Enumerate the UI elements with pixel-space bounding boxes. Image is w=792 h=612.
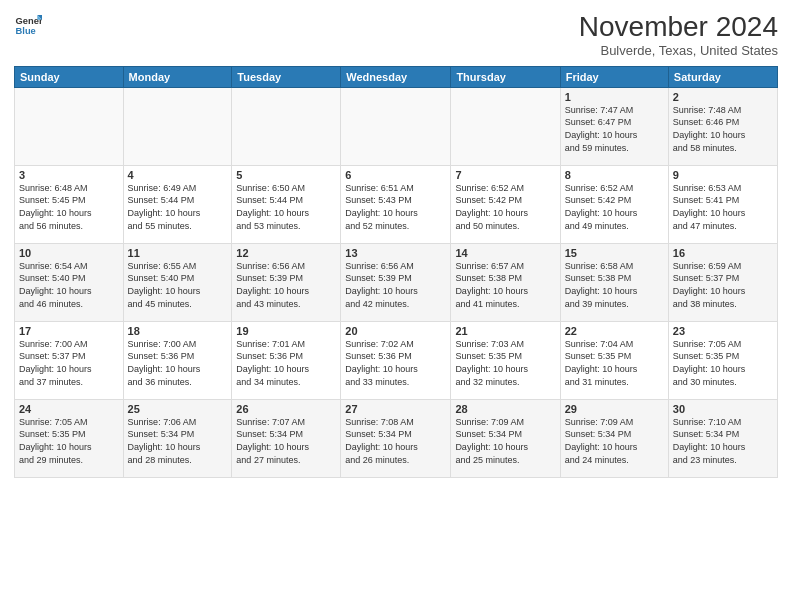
day-info: Sunrise: 7:03 AM Sunset: 5:35 PM Dayligh…: [455, 338, 555, 388]
day-info: Sunrise: 7:47 AM Sunset: 6:47 PM Dayligh…: [565, 104, 664, 154]
day-info: Sunrise: 7:00 AM Sunset: 5:36 PM Dayligh…: [128, 338, 228, 388]
day-number: 25: [128, 403, 228, 415]
table-row: 4Sunrise: 6:49 AM Sunset: 5:44 PM Daylig…: [123, 165, 232, 243]
table-row: 5Sunrise: 6:50 AM Sunset: 5:44 PM Daylig…: [232, 165, 341, 243]
day-info: Sunrise: 7:09 AM Sunset: 5:34 PM Dayligh…: [455, 416, 555, 466]
day-number: 11: [128, 247, 228, 259]
day-info: Sunrise: 7:06 AM Sunset: 5:34 PM Dayligh…: [128, 416, 228, 466]
day-info: Sunrise: 7:48 AM Sunset: 6:46 PM Dayligh…: [673, 104, 773, 154]
day-info: Sunrise: 6:49 AM Sunset: 5:44 PM Dayligh…: [128, 182, 228, 232]
table-row: 21Sunrise: 7:03 AM Sunset: 5:35 PM Dayli…: [451, 321, 560, 399]
table-row: 26Sunrise: 7:07 AM Sunset: 5:34 PM Dayli…: [232, 399, 341, 477]
day-number: 3: [19, 169, 119, 181]
day-info: Sunrise: 6:55 AM Sunset: 5:40 PM Dayligh…: [128, 260, 228, 310]
table-row: 29Sunrise: 7:09 AM Sunset: 5:34 PM Dayli…: [560, 399, 668, 477]
table-row: 30Sunrise: 7:10 AM Sunset: 5:34 PM Dayli…: [668, 399, 777, 477]
day-number: 9: [673, 169, 773, 181]
calendar-header-row: Sunday Monday Tuesday Wednesday Thursday…: [15, 66, 778, 87]
col-saturday: Saturday: [668, 66, 777, 87]
day-info: Sunrise: 6:54 AM Sunset: 5:40 PM Dayligh…: [19, 260, 119, 310]
svg-text:Blue: Blue: [16, 26, 36, 36]
table-row: 17Sunrise: 7:00 AM Sunset: 5:37 PM Dayli…: [15, 321, 124, 399]
logo-icon: General Blue: [14, 12, 42, 40]
day-info: Sunrise: 6:56 AM Sunset: 5:39 PM Dayligh…: [345, 260, 446, 310]
day-info: Sunrise: 7:05 AM Sunset: 5:35 PM Dayligh…: [673, 338, 773, 388]
day-info: Sunrise: 6:48 AM Sunset: 5:45 PM Dayligh…: [19, 182, 119, 232]
table-row: 20Sunrise: 7:02 AM Sunset: 5:36 PM Dayli…: [341, 321, 451, 399]
day-number: 28: [455, 403, 555, 415]
table-row: 7Sunrise: 6:52 AM Sunset: 5:42 PM Daylig…: [451, 165, 560, 243]
day-info: Sunrise: 6:51 AM Sunset: 5:43 PM Dayligh…: [345, 182, 446, 232]
table-row: 2Sunrise: 7:48 AM Sunset: 6:46 PM Daylig…: [668, 87, 777, 165]
table-row: 24Sunrise: 7:05 AM Sunset: 5:35 PM Dayli…: [15, 399, 124, 477]
day-info: Sunrise: 7:07 AM Sunset: 5:34 PM Dayligh…: [236, 416, 336, 466]
day-number: 19: [236, 325, 336, 337]
day-number: 1: [565, 91, 664, 103]
day-number: 17: [19, 325, 119, 337]
day-info: Sunrise: 6:52 AM Sunset: 5:42 PM Dayligh…: [455, 182, 555, 232]
col-wednesday: Wednesday: [341, 66, 451, 87]
day-number: 27: [345, 403, 446, 415]
table-row: 13Sunrise: 6:56 AM Sunset: 5:39 PM Dayli…: [341, 243, 451, 321]
table-row: 15Sunrise: 6:58 AM Sunset: 5:38 PM Dayli…: [560, 243, 668, 321]
day-number: 23: [673, 325, 773, 337]
day-number: 10: [19, 247, 119, 259]
table-row: 28Sunrise: 7:09 AM Sunset: 5:34 PM Dayli…: [451, 399, 560, 477]
day-number: 21: [455, 325, 555, 337]
table-row: [15, 87, 124, 165]
day-info: Sunrise: 6:52 AM Sunset: 5:42 PM Dayligh…: [565, 182, 664, 232]
table-row: [232, 87, 341, 165]
day-number: 29: [565, 403, 664, 415]
table-row: 12Sunrise: 6:56 AM Sunset: 5:39 PM Dayli…: [232, 243, 341, 321]
calendar-week-row: 3Sunrise: 6:48 AM Sunset: 5:45 PM Daylig…: [15, 165, 778, 243]
table-row: 23Sunrise: 7:05 AM Sunset: 5:35 PM Dayli…: [668, 321, 777, 399]
table-row: 9Sunrise: 6:53 AM Sunset: 5:41 PM Daylig…: [668, 165, 777, 243]
table-row: 6Sunrise: 6:51 AM Sunset: 5:43 PM Daylig…: [341, 165, 451, 243]
calendar-table: Sunday Monday Tuesday Wednesday Thursday…: [14, 66, 778, 478]
day-info: Sunrise: 6:56 AM Sunset: 5:39 PM Dayligh…: [236, 260, 336, 310]
table-row: [341, 87, 451, 165]
day-number: 4: [128, 169, 228, 181]
day-number: 20: [345, 325, 446, 337]
day-info: Sunrise: 7:04 AM Sunset: 5:35 PM Dayligh…: [565, 338, 664, 388]
table-row: 10Sunrise: 6:54 AM Sunset: 5:40 PM Dayli…: [15, 243, 124, 321]
day-info: Sunrise: 7:01 AM Sunset: 5:36 PM Dayligh…: [236, 338, 336, 388]
table-row: 3Sunrise: 6:48 AM Sunset: 5:45 PM Daylig…: [15, 165, 124, 243]
col-tuesday: Tuesday: [232, 66, 341, 87]
page-header: General Blue November 2024 Bulverde, Tex…: [14, 12, 778, 58]
day-number: 12: [236, 247, 336, 259]
logo: General Blue: [14, 12, 44, 40]
table-row: [123, 87, 232, 165]
day-info: Sunrise: 7:08 AM Sunset: 5:34 PM Dayligh…: [345, 416, 446, 466]
table-row: 25Sunrise: 7:06 AM Sunset: 5:34 PM Dayli…: [123, 399, 232, 477]
table-row: 22Sunrise: 7:04 AM Sunset: 5:35 PM Dayli…: [560, 321, 668, 399]
calendar-week-row: 1Sunrise: 7:47 AM Sunset: 6:47 PM Daylig…: [15, 87, 778, 165]
day-number: 13: [345, 247, 446, 259]
day-number: 16: [673, 247, 773, 259]
day-number: 6: [345, 169, 446, 181]
day-number: 5: [236, 169, 336, 181]
calendar-week-row: 17Sunrise: 7:00 AM Sunset: 5:37 PM Dayli…: [15, 321, 778, 399]
day-number: 22: [565, 325, 664, 337]
day-number: 15: [565, 247, 664, 259]
day-number: 14: [455, 247, 555, 259]
day-info: Sunrise: 6:53 AM Sunset: 5:41 PM Dayligh…: [673, 182, 773, 232]
day-info: Sunrise: 6:58 AM Sunset: 5:38 PM Dayligh…: [565, 260, 664, 310]
table-row: 16Sunrise: 6:59 AM Sunset: 5:37 PM Dayli…: [668, 243, 777, 321]
day-info: Sunrise: 7:10 AM Sunset: 5:34 PM Dayligh…: [673, 416, 773, 466]
day-info: Sunrise: 6:59 AM Sunset: 5:37 PM Dayligh…: [673, 260, 773, 310]
table-row: [451, 87, 560, 165]
day-info: Sunrise: 6:50 AM Sunset: 5:44 PM Dayligh…: [236, 182, 336, 232]
day-info: Sunrise: 7:05 AM Sunset: 5:35 PM Dayligh…: [19, 416, 119, 466]
table-row: 14Sunrise: 6:57 AM Sunset: 5:38 PM Dayli…: [451, 243, 560, 321]
day-info: Sunrise: 6:57 AM Sunset: 5:38 PM Dayligh…: [455, 260, 555, 310]
day-number: 30: [673, 403, 773, 415]
col-friday: Friday: [560, 66, 668, 87]
month-title: November 2024: [579, 12, 778, 43]
day-number: 18: [128, 325, 228, 337]
calendar-week-row: 24Sunrise: 7:05 AM Sunset: 5:35 PM Dayli…: [15, 399, 778, 477]
day-info: Sunrise: 7:02 AM Sunset: 5:36 PM Dayligh…: [345, 338, 446, 388]
table-row: 19Sunrise: 7:01 AM Sunset: 5:36 PM Dayli…: [232, 321, 341, 399]
day-info: Sunrise: 7:09 AM Sunset: 5:34 PM Dayligh…: [565, 416, 664, 466]
col-monday: Monday: [123, 66, 232, 87]
